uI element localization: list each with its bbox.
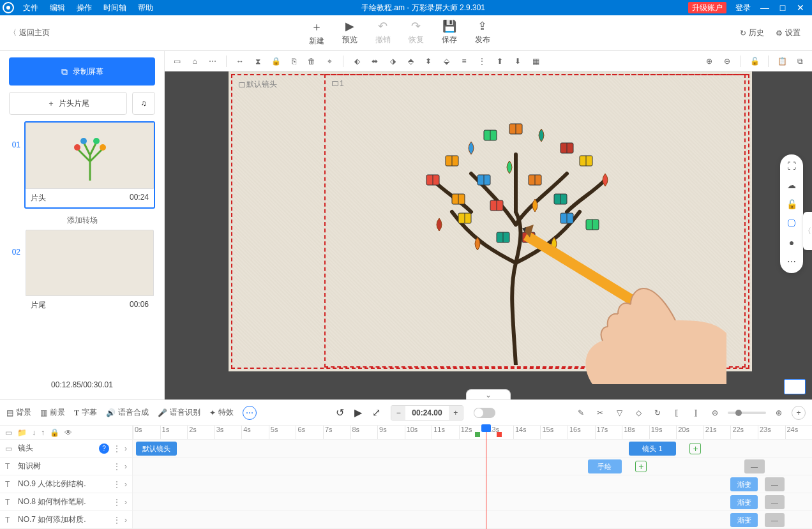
record-screen-button[interactable]: ⧉ 录制屏幕 (9, 57, 155, 86)
timer-icon[interactable]: ⧗ (251, 54, 265, 68)
time-minus[interactable]: − (391, 406, 405, 420)
align-right-icon[interactable]: ⬗ (386, 54, 400, 68)
intro-outro-button[interactable]: ＋ 片头片尾 (9, 92, 127, 115)
add-camera[interactable]: + (689, 443, 701, 454)
unlock2-icon[interactable]: 🔓 (786, 199, 797, 209)
copy-icon[interactable]: ⎘ (287, 54, 301, 68)
clip[interactable]: 渐变 (730, 495, 758, 509)
menu-file[interactable]: 文件 (18, 0, 43, 15)
fg-button[interactable]: ▥ 前景 (40, 407, 65, 418)
publish-button[interactable]: ⇪发布 (475, 19, 490, 47)
time-input[interactable]: − 00:24.00 + (391, 405, 463, 421)
menu-timeline[interactable]: 时间轴 (98, 0, 132, 15)
zoom-out2-icon[interactable]: ⊖ (709, 408, 721, 417)
th-eye-icon[interactable]: 👁 (64, 428, 72, 437)
track-body[interactable]: 渐变— (133, 493, 812, 510)
filter-icon[interactable]: ▽ (613, 408, 626, 417)
subtitle-button[interactable]: 𝐓 字幕 (74, 407, 97, 418)
cut-icon[interactable]: ✂ (594, 408, 606, 417)
play-icon[interactable]: ▶ (354, 406, 362, 419)
select-tool-icon[interactable]: ▭ (170, 54, 184, 68)
track-chevron[interactable]: › (124, 444, 127, 453)
fx-button[interactable]: ✦ 特效 (209, 407, 234, 418)
camera-clip[interactable]: 镜头 1 (629, 442, 676, 456)
clip[interactable]: — (744, 459, 765, 473)
add-keyframe[interactable]: + (635, 461, 647, 472)
align-left-icon[interactable]: ⬖ (350, 54, 364, 68)
scene-thumb[interactable] (26, 123, 154, 189)
more2-icon[interactable]: ⋯ (787, 257, 796, 267)
save-button[interactable]: 💾保存 (442, 19, 457, 47)
expand-right-panel[interactable]: 〈 (803, 212, 812, 250)
canvas[interactable]: 默认镜头 1 (229, 71, 752, 371)
history-button[interactable]: ↻ 历史 (740, 27, 764, 38)
align-center-icon[interactable]: ⬌ (368, 54, 382, 68)
bg-button[interactable]: ▤ 背景 (6, 407, 31, 418)
bring-front-icon[interactable]: ⬆ (493, 54, 507, 68)
track-menu[interactable]: ⋮ (113, 516, 121, 525)
home-icon[interactable]: ⌂ (188, 54, 202, 68)
clip[interactable]: — (765, 477, 785, 491)
clip[interactable]: — (765, 495, 785, 509)
mini-preview[interactable] (784, 379, 806, 394)
track-body[interactable]: 手绘—+ (133, 458, 812, 475)
delete-icon[interactable]: 🗑 (304, 54, 319, 68)
clip[interactable]: — (765, 513, 785, 527)
duplicate-icon[interactable]: ⧉ (793, 54, 807, 68)
clipboard-icon[interactable]: 📋 (775, 54, 789, 68)
timeline-more-button[interactable]: ⋯ (243, 406, 257, 420)
track-chevron[interactable]: › (124, 516, 127, 525)
close-button[interactable]: ✕ (792, 0, 809, 15)
focus-icon[interactable]: ⌖ (322, 54, 336, 68)
preview-button[interactable]: ▶预览 (342, 19, 357, 47)
dist-h-icon[interactable]: ≡ (457, 54, 471, 68)
playhead[interactable] (486, 426, 486, 529)
th-folder-icon[interactable]: 📁 (17, 428, 27, 437)
th-lock-icon[interactable]: 🔒 (50, 428, 59, 437)
zoom-in-icon[interactable]: ⊕ (702, 54, 716, 68)
dist-v-icon[interactable]: ⋮ (475, 54, 489, 68)
scene-thumb[interactable] (26, 230, 154, 296)
fullscreen-icon[interactable]: ⤢ (372, 406, 380, 419)
loop-icon[interactable]: ↻ (651, 408, 664, 417)
track-body[interactable]: 默认镜头镜头 1+ (133, 440, 812, 457)
unlock-icon[interactable]: 🔓 (748, 54, 762, 68)
clip[interactable]: 手绘 (588, 459, 622, 473)
add-transition[interactable]: 添加转场 (9, 212, 155, 228)
dot-icon[interactable]: ● (789, 237, 794, 248)
marker-icon[interactable]: ◇ (632, 408, 645, 417)
music-button[interactable]: ♫ (132, 92, 155, 115)
edit-icon[interactable]: ✎ (575, 408, 587, 417)
scene-card[interactable]: 片头00:24 (24, 121, 155, 209)
minimize-button[interactable]: — (756, 0, 774, 15)
track-chevron[interactable]: › (124, 498, 127, 507)
menu-action[interactable]: 操作 (71, 0, 97, 15)
help-icon[interactable]: ? (99, 443, 109, 454)
scene-card[interactable]: 片尾00:06 (24, 228, 155, 316)
align-middle-icon[interactable]: ⬍ (421, 54, 435, 68)
th-camera-icon[interactable]: ▭ (5, 428, 12, 437)
login-button[interactable]: 登录 (730, 3, 756, 13)
align-bottom-icon[interactable]: ⬙ (439, 54, 453, 68)
screen-icon[interactable]: 🖵 (787, 218, 796, 228)
clip[interactable]: 渐变 (730, 513, 758, 527)
add-track-button[interactable]: + (792, 406, 806, 420)
clip[interactable]: 渐变 (730, 477, 758, 491)
track-menu[interactable]: ⋮ (113, 444, 121, 453)
track-body[interactable]: 渐变— (133, 475, 812, 493)
th-up-icon[interactable]: ↑ (41, 428, 45, 437)
asr-button[interactable]: 🎤 语音识别 (158, 407, 200, 418)
rewind-icon[interactable]: ↺ (336, 406, 344, 419)
settings-button[interactable]: ⚙ 设置 (776, 27, 801, 38)
tts-button[interactable]: 🔊 语音合成 (106, 407, 149, 418)
back-home-button[interactable]: 〈 返回主页 (0, 27, 59, 38)
group-icon[interactable]: ▦ (529, 54, 543, 68)
zoom-slider[interactable] (728, 412, 766, 414)
out-icon[interactable]: ⟧ (689, 408, 702, 417)
track-chevron[interactable]: › (124, 480, 127, 489)
send-back-icon[interactable]: ⬇ (511, 54, 525, 68)
time-plus[interactable]: + (449, 406, 463, 420)
cloud-icon[interactable]: ☁ (787, 180, 796, 190)
collapse-timeline[interactable]: ⌄ (466, 389, 511, 399)
align-top-icon[interactable]: ⬘ (403, 54, 417, 68)
